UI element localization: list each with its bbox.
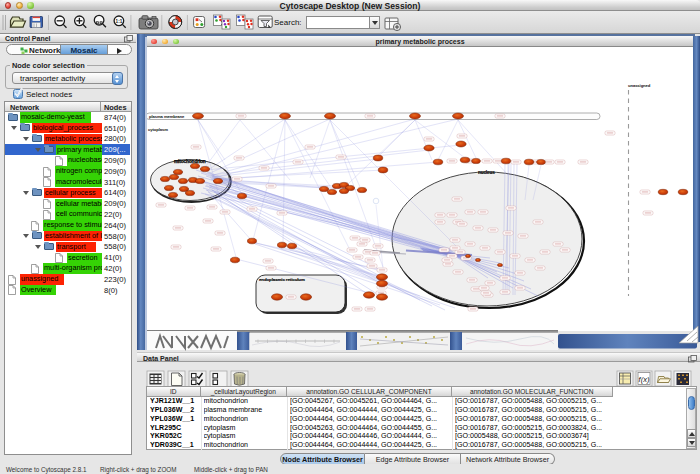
svg-text:f(x): f(x) — [639, 375, 650, 384]
